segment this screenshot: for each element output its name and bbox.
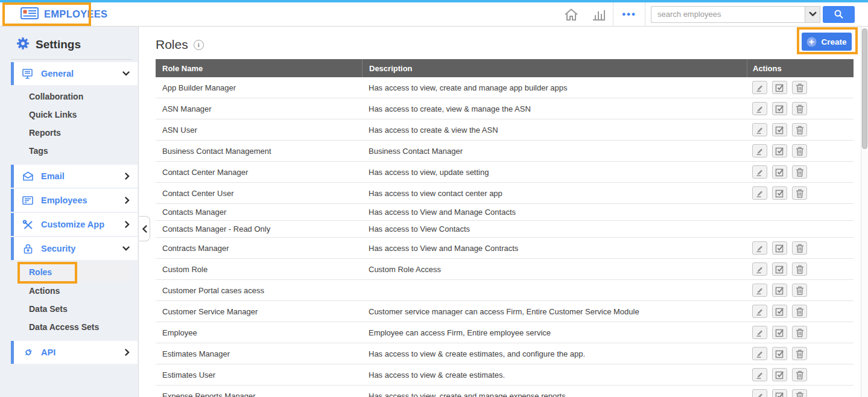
edit-role-button[interactable] [752, 241, 767, 255]
chevron-right-icon [125, 349, 130, 356]
edit-role-button[interactable] [752, 186, 767, 200]
role-permissions-checkbox-button[interactable] [772, 389, 787, 397]
scrollbar-thumb[interactable] [862, 28, 867, 149]
sidebar-item-reports[interactable]: Reports [18, 124, 138, 142]
more-menu-ellipsis-icon[interactable]: ••• [613, 8, 645, 21]
edit-role-button[interactable] [752, 368, 767, 381]
role-actions-cell [747, 364, 854, 385]
sidebar-item-api[interactable]: API [11, 341, 138, 364]
delete-role-button[interactable] [792, 165, 807, 179]
role-permissions-checkbox-button[interactable] [772, 262, 787, 276]
role-permissions-checkbox-button[interactable] [772, 186, 787, 200]
sidebar-item-quick-links[interactable]: Quick Links [18, 106, 138, 124]
delete-role-button[interactable] [792, 123, 807, 136]
id-card-icon [21, 7, 39, 22]
trash-icon [796, 125, 804, 135]
role-permissions-checkbox-button[interactable] [772, 284, 787, 297]
role-description-cell: Has access to View and Manage Contracts [362, 244, 747, 253]
edit-role-button[interactable] [752, 305, 767, 318]
delete-role-button[interactable] [792, 347, 807, 360]
trash-icon [796, 286, 804, 295]
delete-role-button[interactable] [792, 241, 807, 255]
search-scope-dropdown[interactable] [805, 6, 820, 23]
delete-role-button[interactable] [792, 186, 807, 200]
sidebar-item-customize-app[interactable]: Customize App [11, 213, 138, 236]
sidebar-item-collaboration[interactable]: Collaboration [18, 87, 138, 106]
sidebar-item-email[interactable]: Email [11, 165, 138, 188]
edit-role-button[interactable] [752, 102, 767, 115]
pencil-icon [755, 370, 764, 380]
role-permissions-checkbox-button[interactable] [772, 144, 787, 157]
edit-role-button[interactable] [752, 326, 767, 339]
sidebar-item-tags[interactable]: Tags [18, 142, 138, 160]
role-permissions-checkbox-button[interactable] [772, 123, 787, 136]
search-input[interactable] [651, 6, 805, 23]
edit-role-button[interactable] [752, 262, 767, 276]
delete-role-button[interactable] [792, 368, 807, 381]
search-button[interactable] [823, 6, 855, 23]
role-permissions-checkbox-button[interactable] [772, 347, 787, 360]
home-icon[interactable] [564, 8, 578, 21]
role-permissions-checkbox-button[interactable] [772, 81, 787, 94]
chevron-down-icon [809, 11, 817, 17]
role-description-cell: Has access to view & create estimates, a… [362, 349, 747, 358]
edit-role-button[interactable] [752, 123, 767, 136]
sidebar-item-data-access-sets[interactable]: Data Access Sets [18, 318, 138, 336]
role-permissions-checkbox-button[interactable] [772, 305, 787, 318]
delete-role-button[interactable] [792, 102, 807, 115]
role-permissions-checkbox-button[interactable] [772, 102, 787, 115]
role-permissions-checkbox-button[interactable] [772, 165, 787, 179]
pencil-icon [755, 392, 764, 397]
edit-role-button[interactable] [752, 81, 767, 94]
info-icon[interactable]: i [194, 40, 204, 50]
sidebar-item-label: Email [41, 171, 65, 181]
bar-chart-icon[interactable] [591, 8, 607, 21]
delete-role-button[interactable] [792, 284, 807, 297]
pencil-icon [755, 189, 764, 198]
edit-role-button[interactable] [752, 144, 767, 157]
app-logo[interactable]: EMPLOYEES [21, 7, 107, 22]
role-permissions-checkbox-button[interactable] [772, 326, 787, 339]
role-actions-cell [747, 162, 854, 182]
settings-header: Settings [16, 36, 138, 53]
role-description-cell: Business Contact Manager [362, 147, 747, 156]
security-sub-list: Roles Actions Data Sets Data Access Sets [18, 262, 138, 336]
edit-role-button[interactable] [752, 347, 767, 360]
sidebar-item-general[interactable]: General [11, 62, 138, 85]
sidebar-item-label: Customize App [41, 220, 104, 229]
chevron-down-icon [122, 71, 130, 76]
column-header-actions: Actions [747, 59, 854, 77]
table-row: Contact Center Manager Has access to vie… [156, 162, 854, 183]
edit-role-button[interactable] [752, 284, 767, 297]
sidebar-item-roles[interactable]: Roles [18, 262, 130, 282]
create-button[interactable]: Create [802, 33, 852, 51]
pencil-icon [755, 307, 764, 316]
trash-icon [796, 168, 804, 177]
trash-icon [796, 370, 804, 380]
sidebar-item-security[interactable]: Security [11, 237, 138, 260]
table-row: Contacts Manager Has access to View and … [156, 204, 854, 221]
chevron-left-icon [142, 225, 147, 233]
role-description-cell: Has access to view & create estimates. [362, 370, 747, 380]
table-row: Expense Reports Manager Has access to vi… [156, 386, 854, 397]
delete-role-button[interactable] [792, 305, 807, 318]
vertical-scrollbar[interactable] [861, 27, 868, 397]
sidebar-item-employees[interactable]: Employees [11, 189, 138, 212]
role-actions-cell [747, 259, 854, 279]
delete-role-button[interactable] [792, 389, 807, 397]
delete-role-button[interactable] [792, 144, 807, 157]
delete-role-button[interactable] [792, 81, 807, 94]
trash-icon [796, 328, 804, 337]
role-permissions-checkbox-button[interactable] [772, 241, 787, 255]
sidebar-item-actions[interactable]: Actions [18, 282, 138, 300]
action-buttons [752, 322, 807, 343]
edit-role-button[interactable] [752, 389, 767, 397]
role-permissions-checkbox-button[interactable] [772, 368, 787, 381]
sidebar-collapse-handle[interactable] [139, 216, 150, 241]
delete-role-button[interactable] [792, 326, 807, 339]
edit-role-button[interactable] [752, 165, 767, 179]
table-row: Business Contact Management Business Con… [156, 141, 854, 162]
delete-role-button[interactable] [792, 262, 807, 276]
role-actions-cell [747, 301, 854, 322]
sidebar-item-data-sets[interactable]: Data Sets [18, 300, 138, 318]
